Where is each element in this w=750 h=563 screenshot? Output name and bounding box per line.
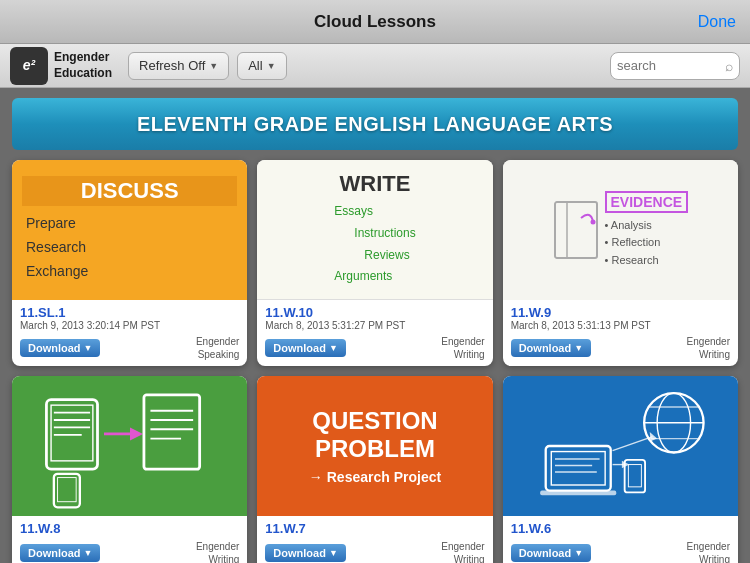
question-heading: QUESTIONPROBLEM (309, 407, 441, 462)
card-footer-6: Download ▼ Engender Writing (511, 540, 730, 563)
card-category-2: Engender Writing (441, 335, 484, 361)
card-thumbnail-4 (12, 376, 247, 516)
banner-title: ELEVENTH GRADE ENGLISH LANGUAGE ARTS (137, 113, 613, 136)
refresh-chevron-icon: ▼ (209, 61, 218, 71)
download-chevron-icon-5: ▼ (329, 548, 338, 558)
download-chevron-icon-1: ▼ (84, 343, 93, 353)
card-date-1: March 9, 2013 3:20:14 PM PST (20, 320, 239, 331)
card-thumbnail-5: QUESTIONPROBLEM → Research Project (257, 376, 492, 516)
question-subtext: → Research Project (309, 469, 441, 485)
svg-marker-10 (130, 427, 143, 440)
card-category-6: Engender Writing (687, 540, 730, 563)
svg-rect-0 (555, 202, 597, 258)
card-thumbnail-1: DISCUSS PrepareResearchExchange (12, 160, 247, 300)
header-title: Cloud Lessons (314, 12, 436, 32)
svg-rect-20 (540, 491, 616, 496)
download-chevron-icon-4: ▼ (84, 548, 93, 558)
download-button-3[interactable]: Download ▼ (511, 339, 591, 357)
svg-rect-17 (57, 478, 76, 502)
card-info-1: 11.SL.1 March 9, 2013 3:20:14 PM PST Dow… (12, 300, 247, 366)
header: Cloud Lessons Done (0, 0, 750, 44)
card-info-3: 11.W.9 March 8, 2013 5:31:13 PM PST Down… (503, 300, 738, 366)
card-thumbnail-2: WRITE Essays Instructions Reviews Argume… (257, 160, 492, 300)
card-code-5: 11.W.7 (265, 521, 484, 536)
card-thumbnail-6 (503, 376, 738, 516)
card-footer-4: Download ▼ Engender Writing (20, 540, 239, 563)
done-button[interactable]: Done (698, 13, 736, 31)
search-icon[interactable]: ⌕ (725, 58, 733, 74)
logo: e² Engender Education (10, 47, 112, 85)
search-box[interactable]: ⌕ (610, 52, 740, 80)
evidence-book-icon (553, 200, 599, 260)
card-thumbnail-3: EVIDENCE • Analysis• Reflection• Researc… (503, 160, 738, 300)
card-code-3: 11.W.9 (511, 305, 730, 320)
card-category-4: Engender Writing (196, 540, 239, 563)
card-info-5: 11.W.7 Download ▼ Engender Writing (257, 516, 492, 563)
discuss-title: DISCUSS (22, 176, 237, 206)
card-date-2: March 8, 2013 5:31:27 PM PST (265, 320, 484, 331)
filter-chevron-icon: ▼ (267, 61, 276, 71)
svg-point-2 (590, 220, 595, 225)
download-button-2[interactable]: Download ▼ (265, 339, 345, 357)
download-button-6[interactable]: Download ▼ (511, 544, 591, 562)
logo-text: Engender Education (54, 50, 112, 81)
discuss-items: PrepareResearchExchange (22, 212, 88, 283)
card-code-2: 11.W.10 (265, 305, 484, 320)
download-button-1[interactable]: Download ▼ (20, 339, 100, 357)
svg-rect-19 (552, 452, 606, 485)
grade-banner: ELEVENTH GRADE ENGLISH LANGUAGE ARTS (12, 98, 738, 150)
network-illustration-icon (525, 381, 715, 511)
lesson-card-6[interactable]: 11.W.6 Download ▼ Engender Writing (503, 376, 738, 563)
evidence-text: EVIDENCE • Analysis• Reflection• Researc… (605, 191, 689, 270)
card-footer-2: Download ▼ Engender Writing (265, 335, 484, 361)
download-chevron-icon-6: ▼ (574, 548, 583, 558)
write-items: Essays Instructions Reviews Arguments (334, 201, 415, 287)
lesson-card-1[interactable]: DISCUSS PrepareResearchExchange 11.SL.1 … (12, 160, 247, 366)
card-info-6: 11.W.6 Download ▼ Engender Writing (503, 516, 738, 563)
svg-rect-30 (629, 465, 642, 487)
svg-line-31 (613, 437, 653, 451)
write-title: WRITE (334, 171, 415, 197)
download-chevron-icon-2: ▼ (329, 343, 338, 353)
lessons-grid: DISCUSS PrepareResearchExchange 11.SL.1 … (0, 156, 750, 563)
filter-dropdown[interactable]: All ▼ (237, 52, 286, 80)
download-button-4[interactable]: Download ▼ (20, 544, 100, 562)
devices-illustration-icon (35, 381, 225, 511)
card-category-5: Engender Writing (441, 540, 484, 563)
card-category-1: Engender Speaking (196, 335, 239, 361)
card-footer-1: Download ▼ Engender Speaking (20, 335, 239, 361)
card-info-2: 11.W.10 March 8, 2013 5:31:27 PM PST Dow… (257, 300, 492, 366)
card-code-1: 11.SL.1 (20, 305, 239, 320)
card-footer-3: Download ▼ Engender Writing (511, 335, 730, 361)
evidence-items: • Analysis• Reflection• Research (605, 217, 689, 270)
lesson-card-3[interactable]: EVIDENCE • Analysis• Reflection• Researc… (503, 160, 738, 366)
svg-marker-32 (650, 432, 657, 441)
logo-icon: e² (10, 47, 48, 85)
svg-rect-11 (144, 395, 200, 469)
download-chevron-icon-3: ▼ (574, 343, 583, 353)
download-button-5[interactable]: Download ▼ (265, 544, 345, 562)
card-date-3: March 8, 2013 5:31:13 PM PST (511, 320, 730, 331)
lesson-card-2[interactable]: WRITE Essays Instructions Reviews Argume… (257, 160, 492, 366)
svg-rect-18 (546, 446, 611, 491)
card-category-3: Engender Writing (687, 335, 730, 361)
card-code-4: 11.W.8 (20, 521, 239, 536)
toolbar: e² Engender Education Refresh Off ▼ All … (0, 44, 750, 88)
refresh-dropdown[interactable]: Refresh Off ▼ (128, 52, 229, 80)
lesson-card-5[interactable]: QUESTIONPROBLEM → Research Project 11.W.… (257, 376, 492, 563)
search-input[interactable] (617, 58, 725, 73)
lesson-card-4[interactable]: 11.W.8 Download ▼ Engender Writing (12, 376, 247, 563)
card-footer-5: Download ▼ Engender Writing (265, 540, 484, 563)
card-info-4: 11.W.8 Download ▼ Engender Writing (12, 516, 247, 563)
card-code-6: 11.W.6 (511, 521, 730, 536)
evidence-heading: EVIDENCE (605, 191, 689, 213)
